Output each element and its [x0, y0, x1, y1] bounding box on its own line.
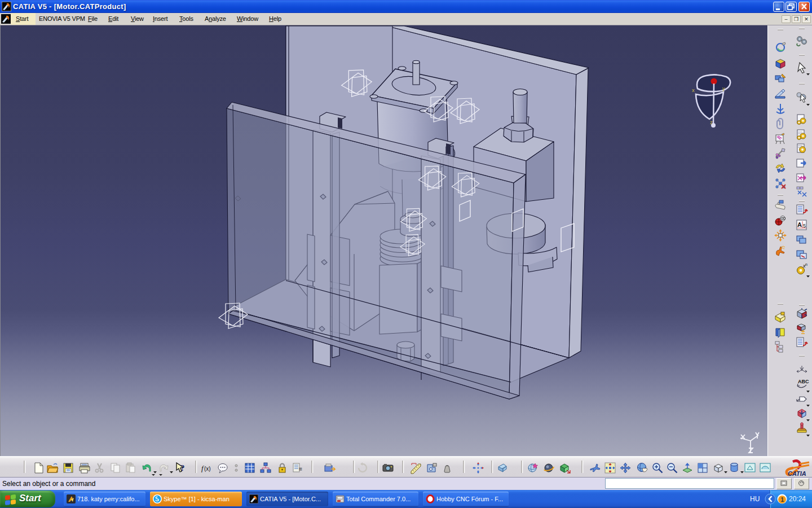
- svg-text:CATIA: CATIA: [788, 470, 806, 477]
- svg-text:y: y: [722, 85, 725, 91]
- svg-text:(x): (x): [204, 466, 211, 472]
- svg-text:?: ?: [180, 463, 185, 472]
- svg-text:5: 5: [803, 223, 806, 229]
- svg-text:ABC: ABC: [798, 379, 809, 384]
- svg-text:x: x: [692, 87, 695, 93]
- svg-text:A: A: [797, 221, 802, 228]
- svg-text:z: z: [710, 119, 713, 125]
- svg-text:=: =: [299, 466, 302, 472]
- svg-text:n: n: [805, 262, 807, 266]
- svg-text:1: 1: [781, 497, 784, 503]
